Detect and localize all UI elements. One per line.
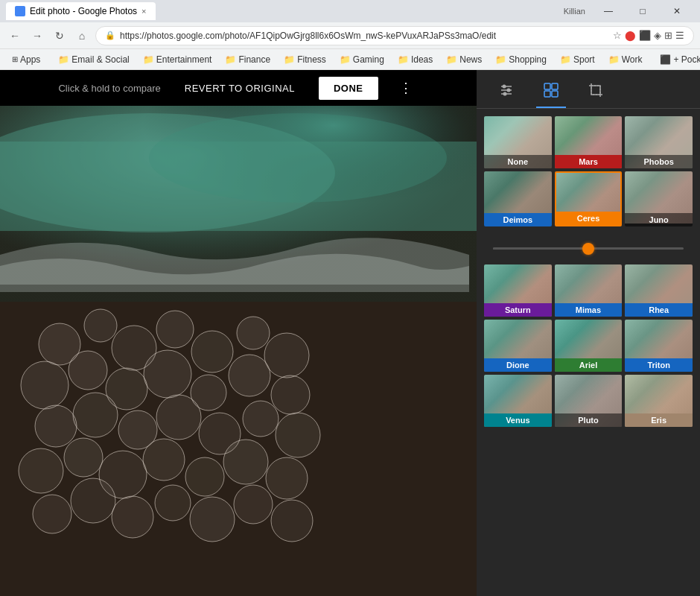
bookmark-email[interactable]: 📁 Email & Social xyxy=(52,53,135,66)
filter-saturn-label: Saturn xyxy=(484,303,552,317)
svg-point-46 xyxy=(503,92,507,96)
svg-point-25 xyxy=(64,438,103,477)
svg-point-36 xyxy=(234,485,273,524)
svg-point-20 xyxy=(156,395,201,440)
svg-point-45 xyxy=(507,89,511,92)
tab-close-btn[interactable]: × xyxy=(141,7,146,16)
svg-point-9 xyxy=(264,333,309,378)
filters-content: None Mars Phobos Deimos xyxy=(477,109,700,596)
filter-dione[interactable]: Dione xyxy=(484,320,552,372)
browser-tab[interactable]: Edit photo - Google Photos × xyxy=(6,2,156,20)
bookmark-pocket-label: + Pocket xyxy=(673,54,700,65)
svg-point-32 xyxy=(71,478,115,523)
filter-eris[interactable]: Eris xyxy=(625,375,693,427)
filter-intensity-slider-section xyxy=(484,235,693,264)
address-action-icons: ☆ ⬤ ⬛ ◈ ⊞ ☰ xyxy=(613,30,684,41)
bookmark-shopping[interactable]: 📁 Shopping xyxy=(489,53,553,66)
bookmark-gaming[interactable]: 📁 Gaming xyxy=(334,53,390,66)
svg-point-4 xyxy=(84,309,117,342)
tab-adjustments[interactable] xyxy=(491,72,521,108)
bookmark-apps[interactable]: ⊞ Apps xyxy=(6,53,46,66)
filter-pluto[interactable]: Pluto xyxy=(555,375,623,427)
revert-to-original-button[interactable]: REVERT TO ORIGINAL xyxy=(176,78,304,98)
filter-venus[interactable]: Venus xyxy=(484,375,552,427)
bookmark-icon[interactable]: ☆ xyxy=(613,30,622,41)
url-text: https://photos.google.com/photo/AF1QipOw… xyxy=(120,31,496,41)
slider-thumb[interactable] xyxy=(582,243,594,255)
bookmark-pocket[interactable]: ⬛ + Pocket xyxy=(654,53,700,66)
address-input[interactable]: 🔒 https://photos.google.com/photo/AF1Qip… xyxy=(95,26,694,45)
folder-icon-fitness: 📁 xyxy=(284,54,295,65)
filter-juno[interactable]: Juno xyxy=(625,171,693,226)
extension-icon-4[interactable]: ⊞ xyxy=(664,30,672,41)
filter-ceres[interactable]: Ceres xyxy=(555,171,623,226)
folder-icon-news: 📁 xyxy=(446,54,457,65)
extension-icon-2[interactable]: ⬛ xyxy=(639,30,651,41)
bookmark-entertainment-label: Entertainment xyxy=(156,54,212,65)
extension-icon-3[interactable]: ◈ xyxy=(654,30,661,41)
photo-preview xyxy=(0,106,477,596)
pocket-icon: ⬛ xyxy=(660,54,671,65)
filter-rhea-label: Rhea xyxy=(625,303,693,317)
svg-point-37 xyxy=(271,500,313,542)
filter-mimas[interactable]: Mimas xyxy=(555,264,623,317)
bookmark-finance[interactable]: 📁 Finance xyxy=(219,53,276,66)
crop-icon xyxy=(588,82,604,98)
back-button[interactable]: ← xyxy=(6,27,24,45)
svg-point-34 xyxy=(155,485,191,521)
svg-point-23 xyxy=(276,413,320,457)
bookmark-fitness[interactable]: 📁 Fitness xyxy=(278,53,332,66)
tab-crop[interactable] xyxy=(581,72,611,108)
home-button[interactable]: ⌂ xyxy=(73,27,91,45)
refresh-button[interactable]: ↻ xyxy=(51,27,69,45)
filter-grid-top: None Mars Phobos Deimos xyxy=(484,116,693,226)
done-button[interactable]: DONE xyxy=(319,77,378,100)
bookmark-finance-label: Finance xyxy=(238,54,270,65)
minimize-button[interactable]: — xyxy=(591,0,626,22)
maximize-button[interactable]: □ xyxy=(626,0,660,22)
svg-rect-48 xyxy=(552,83,558,89)
forward-button[interactable]: → xyxy=(28,27,46,45)
folder-icon-ideas: 📁 xyxy=(398,54,409,65)
menu-icon[interactable]: ☰ xyxy=(675,30,684,41)
svg-point-33 xyxy=(112,496,153,538)
filter-phobos[interactable]: Phobos xyxy=(625,116,693,168)
filter-mars[interactable]: Mars xyxy=(555,116,623,168)
slider-track[interactable] xyxy=(493,247,684,250)
filter-triton[interactable]: Triton xyxy=(625,320,693,372)
svg-point-10 xyxy=(21,361,69,409)
bookmark-sport[interactable]: 📁 Sport xyxy=(554,53,601,66)
bookmark-entertainment[interactable]: 📁 Entertainment xyxy=(137,53,218,66)
bookmark-news[interactable]: 📁 News xyxy=(440,53,488,66)
close-button[interactable]: ✕ xyxy=(660,0,694,22)
compare-hint-text: Click & hold to compare xyxy=(58,83,160,94)
filter-ariel[interactable]: Ariel xyxy=(555,320,623,372)
filter-none-label: None xyxy=(484,155,552,168)
filter-eris-label: Eris xyxy=(625,413,693,427)
titlebar: Edit photo - Google Photos × Killian — □… xyxy=(0,0,700,22)
svg-point-44 xyxy=(503,85,506,89)
more-options-button[interactable]: ⋮ xyxy=(393,77,419,99)
bookmark-ideas[interactable]: 📁 Ideas xyxy=(392,53,439,66)
folder-icon-shopping: 📁 xyxy=(495,54,506,65)
svg-point-29 xyxy=(223,440,268,484)
folder-icon-work: 📁 xyxy=(608,54,620,65)
filter-deimos[interactable]: Deimos xyxy=(484,171,552,226)
svg-point-28 xyxy=(185,457,224,496)
tab-filters[interactable] xyxy=(536,72,566,108)
svg-point-24 xyxy=(19,448,63,493)
bookmark-work[interactable]: 📁 Work xyxy=(602,53,649,66)
extension-icon-1[interactable]: ⬤ xyxy=(625,30,636,41)
svg-point-27 xyxy=(143,439,185,481)
svg-point-35 xyxy=(190,497,235,542)
user-label: Killian xyxy=(558,7,591,16)
filter-rhea[interactable]: Rhea xyxy=(625,264,693,317)
bookmark-fitness-label: Fitness xyxy=(297,54,326,65)
filter-none[interactable]: None xyxy=(484,116,552,168)
filter-saturn[interactable]: Saturn xyxy=(484,264,552,317)
addressbar: ← → ↻ ⌂ 🔒 https://photos.google.com/phot… xyxy=(0,22,700,49)
sliders-icon xyxy=(498,82,515,98)
folder-icon-sport: 📁 xyxy=(560,54,571,65)
svg-point-6 xyxy=(156,311,194,348)
bookmark-shopping-label: Shopping xyxy=(509,54,547,65)
